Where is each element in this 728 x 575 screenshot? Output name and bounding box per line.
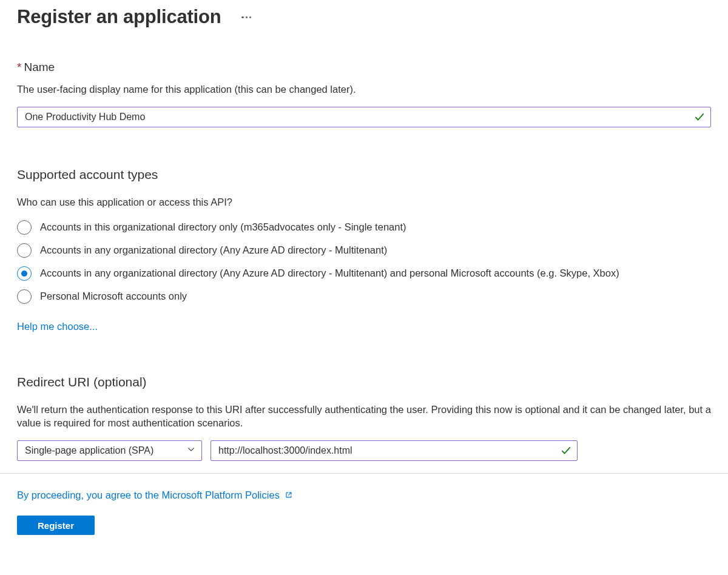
register-button[interactable]: Register — [17, 516, 95, 535]
account-type-radio-0[interactable] — [17, 220, 32, 235]
account-types-radio-group: Accounts in this organizational director… — [17, 220, 711, 304]
consent-text: By proceeding, you agree to the Microsof… — [17, 489, 711, 501]
name-field-label-text: Name — [24, 61, 55, 73]
page-title: Register an application — [17, 6, 221, 28]
redirect-uri-platform-value: Single-page application (SPA) — [25, 445, 153, 456]
account-type-label-0[interactable]: Accounts in this organizational director… — [40, 221, 406, 233]
account-types-title: Supported account types — [17, 167, 711, 182]
more-actions-button[interactable] — [238, 13, 255, 21]
more-horizontal-icon — [241, 16, 251, 18]
platform-policies-link[interactable]: Microsoft Platform Policies — [162, 489, 280, 500]
redirect-uri-helper: We'll return the authentication response… — [17, 403, 711, 430]
external-link-icon — [282, 489, 293, 500]
chevron-down-icon — [187, 445, 195, 456]
name-field-label: *Name — [17, 61, 711, 74]
consent-prefix: By proceeding, you agree to the — [17, 489, 162, 500]
account-type-radio-3[interactable] — [17, 289, 32, 304]
account-type-label-2[interactable]: Accounts in any organizational directory… — [40, 267, 619, 279]
valid-check-icon — [694, 112, 705, 123]
redirect-uri-platform-select[interactable]: Single-page application (SPA) — [17, 440, 202, 461]
redirect-uri-title: Redirect URI (optional) — [17, 375, 711, 389]
name-field-helper: The user-facing display name for this ap… — [17, 82, 711, 96]
footer-divider — [0, 473, 728, 474]
account-type-radio-2[interactable] — [17, 266, 32, 281]
account-type-label-1[interactable]: Accounts in any organizational directory… — [40, 244, 387, 256]
account-type-label-3[interactable]: Personal Microsoft accounts only — [40, 291, 187, 302]
account-type-radio-1[interactable] — [17, 243, 32, 258]
name-input[interactable] — [17, 107, 711, 127]
valid-check-icon — [561, 445, 571, 456]
help-me-choose-link[interactable]: Help me choose... — [17, 321, 98, 332]
account-types-question: Who can use this application or access t… — [17, 195, 711, 209]
redirect-uri-input[interactable] — [211, 440, 578, 461]
required-asterisk: * — [17, 61, 21, 73]
